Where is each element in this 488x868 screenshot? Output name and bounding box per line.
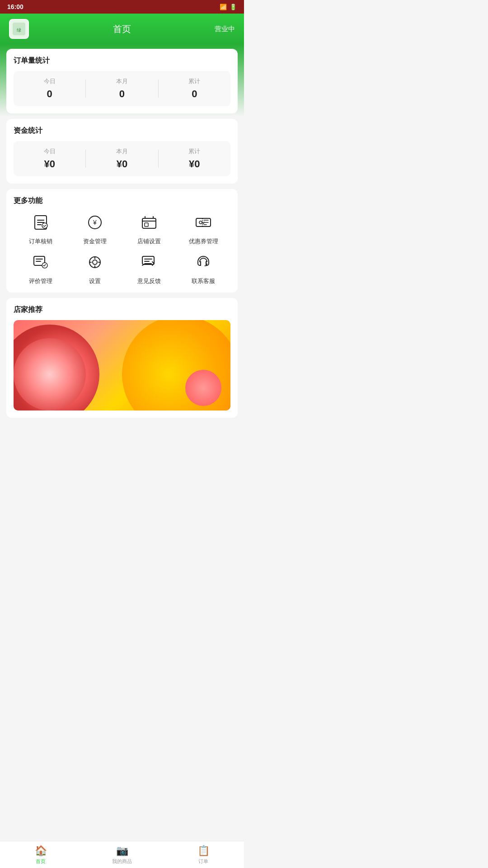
fund-month-value: ¥0: [86, 158, 158, 170]
order-month-label: 本月: [86, 77, 158, 85]
fund-today-label: 今日: [14, 147, 85, 156]
svg-point-14: [93, 260, 97, 264]
feature-order-verify[interactable]: 订单核销: [14, 211, 68, 245]
signal-icon: 🔋: [230, 4, 237, 10]
main-content: 订单量统计 今日 0 本月 0 累计 0 资金统计 今日 ¥0: [0, 44, 244, 455]
svg-text:¥: ¥: [93, 219, 97, 226]
order-today-value: 0: [14, 88, 85, 100]
order-today-label: 今日: [14, 77, 85, 85]
page-title: 首页: [113, 23, 131, 35]
order-verify-icon: [29, 211, 52, 234]
store-settings-label: 店铺设置: [137, 237, 161, 245]
features-title: 更多功能: [14, 196, 230, 206]
fund-stat-month: 本月 ¥0: [86, 141, 158, 176]
feature-review-manage[interactable]: 评价管理: [14, 251, 68, 285]
grapefruit-left: [14, 325, 99, 410]
feature-store-settings[interactable]: 店铺设置: [122, 211, 176, 245]
feature-fund-manage[interactable]: ¥ 资金管理: [68, 211, 122, 245]
svg-rect-7: [145, 223, 148, 226]
feature-customer-service[interactable]: 联系客服: [176, 251, 230, 285]
feedback-icon: [138, 251, 160, 274]
grapefruit-small: [185, 370, 221, 406]
order-stats-inner: 今日 0 本月 0 累计 0: [14, 71, 230, 106]
coupon-manage-label: 优惠券管理: [189, 237, 218, 245]
order-month-value: 0: [86, 88, 158, 100]
status-bar: 16:00 📶 🔋: [0, 0, 244, 14]
settings-icon: [84, 251, 106, 274]
customer-service-icon: [192, 251, 215, 274]
status-icons: 📶 🔋: [220, 4, 237, 10]
order-stat-total: 累计 0: [159, 71, 230, 106]
customer-service-label: 联系客服: [192, 277, 215, 285]
fund-manage-icon: ¥: [84, 211, 106, 234]
logo[interactable]: 绿: [9, 19, 29, 39]
feature-feedback[interactable]: 意见反馈: [122, 251, 176, 285]
order-stat-month: 本月 0: [86, 71, 158, 106]
order-total-label: 累计: [159, 77, 230, 85]
fund-stats-card: 资金统计 今日 ¥0 本月 ¥0 累计 ¥0: [6, 119, 238, 184]
order-total-value: 0: [159, 88, 230, 100]
fund-stat-total: 累计 ¥0: [159, 141, 230, 176]
order-stat-today: 今日 0: [14, 71, 85, 106]
grapefruit-visual: [14, 320, 230, 410]
order-stats-card: 订单量统计 今日 0 本月 0 累计 0: [6, 49, 238, 113]
order-stats-title: 订单量统计: [14, 56, 230, 66]
fund-stat-today: 今日 ¥0: [14, 141, 85, 176]
feature-settings[interactable]: 设置: [68, 251, 122, 285]
feedback-label: 意见反馈: [137, 277, 161, 285]
review-manage-icon: [29, 251, 52, 274]
fund-total-label: 累计: [159, 147, 230, 156]
fund-stats-inner: 今日 ¥0 本月 ¥0 累计 ¥0: [14, 141, 230, 176]
fund-manage-label: 资金管理: [83, 237, 107, 245]
store-settings-icon: [138, 211, 160, 234]
header: 绿 首页 营业中: [0, 14, 244, 44]
coupon-manage-icon: ¥: [192, 211, 215, 234]
fund-today-value: ¥0: [14, 158, 85, 170]
features-card: 更多功能 订单核销 ¥: [6, 189, 238, 292]
review-manage-label: 评价管理: [29, 277, 52, 285]
fund-total-value: ¥0: [159, 158, 230, 170]
wifi-icon: 📶: [220, 4, 227, 10]
svg-text:¥: ¥: [202, 221, 205, 225]
svg-point-9: [199, 221, 202, 224]
order-verify-label: 订单核销: [29, 237, 52, 245]
recommend-title: 店家推荐: [14, 305, 230, 315]
logo-icon: 绿: [13, 23, 25, 35]
feature-coupon-manage[interactable]: ¥ 优惠券管理: [176, 211, 230, 245]
features-grid: 订单核销 ¥ 资金管理: [14, 211, 230, 285]
time: 16:00: [7, 3, 23, 10]
svg-point-3: [42, 223, 47, 228]
svg-text:绿: 绿: [17, 28, 21, 33]
recommend-image[interactable]: [14, 320, 230, 410]
business-status[interactable]: 营业中: [215, 25, 235, 33]
fund-stats-title: 资金统计: [14, 126, 230, 136]
fund-month-label: 本月: [86, 147, 158, 156]
recommend-card: 店家推荐: [6, 298, 238, 418]
settings-label: 设置: [89, 277, 101, 285]
